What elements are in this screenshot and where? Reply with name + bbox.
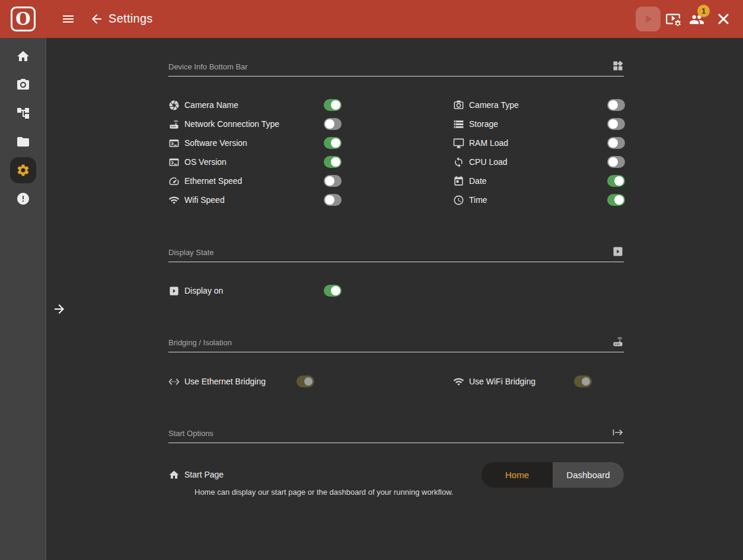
menu-icon xyxy=(61,12,75,26)
camera-name-toggle[interactable] xyxy=(324,99,342,111)
menu-button[interactable] xyxy=(61,12,75,26)
network-connection-type-toggle[interactable] xyxy=(324,118,342,130)
os-version-toggle[interactable] xyxy=(324,156,342,168)
cpu-load-toggle[interactable] xyxy=(607,156,625,168)
toggle-knob xyxy=(608,138,618,148)
setting-label: CPU Load xyxy=(469,157,508,167)
setting-row: Camera Type xyxy=(453,99,631,111)
app-logo[interactable]: O xyxy=(0,0,46,38)
toggle-knob xyxy=(331,138,340,148)
setting-label: Use WiFi Bridging xyxy=(469,377,535,386)
use-wifi-bridging-toggle[interactable] xyxy=(574,376,592,387)
setting-row: Camera Name xyxy=(168,99,346,111)
clock-icon xyxy=(453,195,464,206)
sidebar-nav xyxy=(0,38,46,560)
start-page-segmented-control: Home Dashboard xyxy=(481,462,624,488)
start-page-help-text: Home can display our start page or the d… xyxy=(194,488,453,497)
start-arrow-icon xyxy=(612,427,624,438)
section-title: Display State xyxy=(168,248,214,257)
workflow-tree-icon xyxy=(16,106,30,120)
toggle-knob xyxy=(614,195,624,205)
start-page-option-dashboard[interactable]: Dashboard xyxy=(553,462,624,488)
ram-load-toggle[interactable] xyxy=(607,137,625,149)
camera-type-toggle[interactable] xyxy=(607,99,625,111)
setting-row: Start Page xyxy=(168,469,346,481)
setting-label: Start Page xyxy=(184,470,224,479)
setting-row: OS Version xyxy=(168,156,346,168)
section-title: Start Options xyxy=(168,429,213,438)
software-version-toggle[interactable] xyxy=(324,137,342,149)
home-icon xyxy=(16,49,30,63)
start-page-option-home[interactable]: Home xyxy=(481,462,553,488)
setting-row: CPU Load xyxy=(453,156,631,168)
storage-icon xyxy=(453,119,464,130)
loop-icon xyxy=(453,157,464,168)
terminal-icon xyxy=(168,157,180,168)
setting-label: Use Ethernet Bridging xyxy=(184,377,266,386)
home-icon xyxy=(168,469,180,481)
setting-label: Time xyxy=(469,195,487,205)
section-device-info: Device Info Bottom Bar xyxy=(168,59,624,77)
video-settings-icon xyxy=(665,11,681,27)
setting-row: Time xyxy=(453,194,631,206)
sidebar-item-camera[interactable] xyxy=(10,72,36,98)
setting-label: Network Connection Type xyxy=(184,119,279,129)
setting-label: RAM Load xyxy=(469,138,508,148)
folder-icon xyxy=(16,135,30,149)
tools-button[interactable] xyxy=(716,11,731,27)
logo-o-icon: O xyxy=(11,7,36,31)
terminal-icon xyxy=(168,138,180,149)
toggle-knob xyxy=(325,195,334,205)
setting-row: Software Version xyxy=(168,137,346,149)
section-display-state: Display State xyxy=(168,244,624,262)
setting-row: Use WiFi Bridging xyxy=(453,376,631,387)
run-workflow-button[interactable] xyxy=(636,7,661,31)
setting-row: Ethernet Speed xyxy=(168,175,346,187)
toggle-knob xyxy=(331,286,340,295)
sidebar-item-home[interactable] xyxy=(10,43,36,69)
date-toggle[interactable] xyxy=(607,175,625,187)
setting-row: Use Ethernet Bridging xyxy=(168,376,346,387)
gear-icon xyxy=(16,163,30,177)
sidebar-item-settings[interactable] xyxy=(10,157,36,183)
expand-drawer-button[interactable] xyxy=(52,302,66,316)
setting-row: Wifi Speed xyxy=(168,194,346,206)
display-settings-button[interactable] xyxy=(665,11,681,27)
toggle-knob xyxy=(304,377,312,386)
router-icon xyxy=(168,119,180,130)
toggle-knob xyxy=(325,119,334,129)
setting-label: Storage xyxy=(469,119,498,129)
toggle-knob xyxy=(325,176,334,186)
section-start-options: Start Options xyxy=(168,425,624,443)
widgets-icon xyxy=(612,60,624,72)
section-bridging: Bridging / Isolation xyxy=(168,335,624,352)
wifi-speed-toggle[interactable] xyxy=(324,194,342,206)
shutter-icon xyxy=(168,100,180,111)
app-header: O Settings 1 xyxy=(0,0,743,38)
ethernet-icon xyxy=(168,376,180,387)
section-title: Device Info Bottom Bar xyxy=(168,62,248,71)
sidebar-item-workflow[interactable] xyxy=(10,100,36,126)
ethernet-speed-toggle[interactable] xyxy=(324,175,342,187)
back-button[interactable] xyxy=(90,12,104,26)
camera-icon xyxy=(453,100,464,111)
sidebar-item-notifications[interactable] xyxy=(10,186,36,212)
setting-row: RAM Load xyxy=(453,137,631,149)
camera-icon xyxy=(16,78,30,92)
monitor-icon xyxy=(453,138,464,149)
speedometer-icon xyxy=(168,176,180,187)
setting-label: Wifi Speed xyxy=(184,195,225,205)
use-ethernet-bridging-toggle[interactable] xyxy=(296,376,314,387)
status-badge: 1 xyxy=(697,5,710,17)
arrow-right-icon xyxy=(52,309,66,318)
back-arrow-icon xyxy=(90,12,104,26)
page-title: Settings xyxy=(109,12,153,26)
toggle-knob xyxy=(331,100,340,110)
display-on-toggle[interactable] xyxy=(324,285,342,297)
toggle-knob xyxy=(608,157,618,167)
sidebar-item-files[interactable] xyxy=(10,129,36,155)
calendar-icon xyxy=(453,176,464,187)
storage-toggle[interactable] xyxy=(607,118,625,130)
time-toggle[interactable] xyxy=(607,194,625,206)
wifi-icon xyxy=(453,376,464,387)
